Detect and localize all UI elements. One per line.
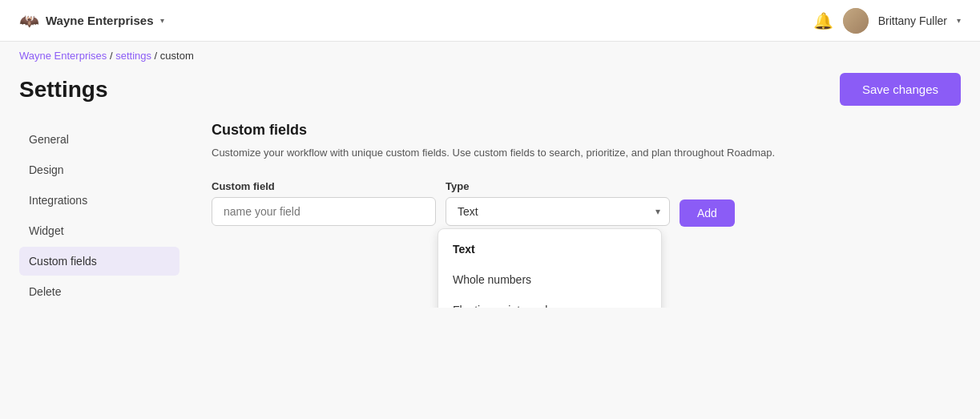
sidebar-item-general[interactable]: General xyxy=(19,125,179,154)
custom-field-label: Custom field xyxy=(212,180,436,192)
bell-icon[interactable]: 🔔 xyxy=(813,11,833,30)
bat-logo-icon: 🦇 xyxy=(19,11,39,30)
user-dropdown-arrow-icon[interactable]: ▾ xyxy=(957,16,961,25)
breadcrumb: Wayne Enterprises / settings / custom xyxy=(0,42,980,66)
sidebar-item-integrations[interactable]: Integrations xyxy=(19,186,179,215)
avatar xyxy=(843,8,869,34)
type-select-wrapper: Text Whole numbers Floating point number… xyxy=(446,197,670,226)
section-title: Custom fields xyxy=(212,122,961,139)
company-dropdown-arrow-icon[interactable]: ▾ xyxy=(160,16,164,25)
section-description: Customize your workflow with unique cust… xyxy=(212,145,961,161)
type-select[interactable]: Text Whole numbers Floating point number… xyxy=(446,197,670,226)
user-name: Brittany Fuller xyxy=(878,14,947,27)
sidebar: General Design Integrations Widget Custo… xyxy=(19,122,179,308)
company-name: Wayne Enterprises xyxy=(46,14,154,27)
dropdown-item-text[interactable]: Text xyxy=(438,234,661,264)
content-area: Custom fields Customize your workflow wi… xyxy=(179,122,961,308)
breadcrumb-root[interactable]: Wayne Enterprises xyxy=(19,50,107,62)
sidebar-item-design[interactable]: Design xyxy=(19,155,179,184)
breadcrumb-sep1: / xyxy=(107,50,115,62)
dropdown-item-floating-point[interactable]: Floating point numbers xyxy=(438,295,661,308)
sidebar-item-delete[interactable]: Delete xyxy=(19,277,179,306)
nav-right: 🔔 Brittany Fuller ▾ xyxy=(813,8,961,34)
top-navigation: 🦇 Wayne Enterprises ▾ 🔔 Brittany Fuller … xyxy=(0,0,980,42)
add-field-button[interactable]: Add xyxy=(680,199,735,227)
breadcrumb-settings-link[interactable]: settings xyxy=(115,50,151,62)
avatar-image xyxy=(843,8,869,34)
nav-left: 🦇 Wayne Enterprises ▾ xyxy=(19,11,164,30)
type-label: Type xyxy=(446,180,670,192)
main-content: General Design Integrations Widget Custo… xyxy=(0,122,980,308)
save-changes-button[interactable]: Save changes xyxy=(840,73,961,106)
custom-field-input[interactable] xyxy=(212,197,436,226)
custom-field-group: Custom field xyxy=(212,180,436,226)
dropdown-item-whole-numbers[interactable]: Whole numbers xyxy=(438,264,661,295)
sidebar-item-widget[interactable]: Widget xyxy=(19,216,179,245)
custom-field-form-row: Custom field Type Text Whole numbers Flo… xyxy=(212,180,961,227)
breadcrumb-current: custom xyxy=(160,50,194,62)
type-dropdown-menu: Text Whole numbers Floating point number… xyxy=(438,228,662,308)
page-title: Settings xyxy=(19,77,107,103)
breadcrumb-sep2: / xyxy=(151,50,160,62)
type-field-group: Type Text Whole numbers Floating point n… xyxy=(446,180,670,226)
sidebar-item-custom-fields[interactable]: Custom fields xyxy=(19,247,179,276)
page-header: Settings Save changes xyxy=(0,66,980,122)
